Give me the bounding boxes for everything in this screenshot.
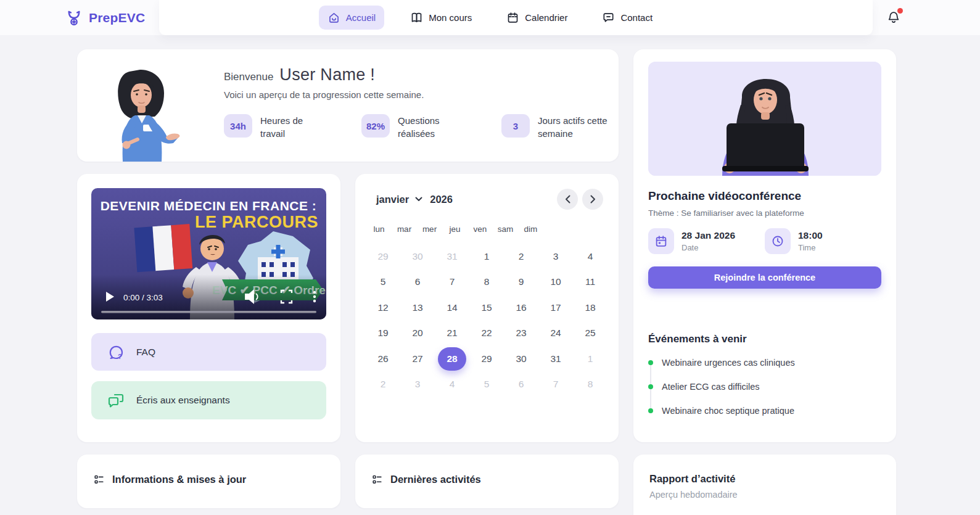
calendar-grid: 2930311234567891011121314151617181920212… <box>366 244 603 397</box>
calendar-day[interactable]: 29 <box>369 245 397 268</box>
calendar-day[interactable]: 20 <box>403 321 432 345</box>
faq-chat-icon: ? <box>107 343 126 361</box>
calendar-day[interactable]: 21 <box>438 321 466 345</box>
calendar-day[interactable]: 27 <box>403 347 432 371</box>
write-teachers-button[interactable]: Écris aux enseignants <box>91 381 326 419</box>
stat-value: 34h <box>224 114 252 138</box>
calendar-card: janvier 2026 lunmarmerjeuvensamdim 29303… <box>355 174 619 442</box>
calendar-day[interactable]: 8 <box>576 373 604 396</box>
chat-icon <box>602 11 615 24</box>
video-player[interactable]: EVC ✔ PCC ✔ Ordre DEVENIR MÉDECIN EN FRA… <box>91 188 326 319</box>
calendar-day[interactable]: 15 <box>472 296 501 319</box>
event-dot-icon <box>648 384 653 389</box>
conference-theme: Thème : Se familiariser avec la platefor… <box>648 208 881 218</box>
calendar-day[interactable]: 30 <box>507 347 535 371</box>
calendar-day[interactable]: 16 <box>507 296 535 319</box>
nav-item-accueil[interactable]: Accueil <box>319 6 384 30</box>
chevron-right-icon <box>590 195 596 204</box>
calendar-header: janvier 2026 <box>376 189 603 210</box>
conference-meta: 28 Jan 2026 Date 18:00 Time <box>648 228 881 254</box>
nav-item-contact[interactable]: Contact <box>593 6 661 30</box>
event-label: Webinaire urgences cas cliniques <box>662 358 795 368</box>
calendar-day[interactable]: 4 <box>438 373 466 396</box>
card-title: Informations & mises à jour <box>112 474 246 485</box>
notification-dot <box>897 8 903 14</box>
svg-text:DEVENIR MÉDECIN EN FRANCE :: DEVENIR MÉDECIN EN FRANCE : <box>101 199 317 213</box>
calendar-day[interactable]: 22 <box>472 321 501 345</box>
calendar-day[interactable]: 29 <box>472 347 501 371</box>
informations-card[interactable]: Informations & mises à jour <box>77 455 340 508</box>
stat-label: Questions réalisées <box>398 114 457 140</box>
calendar-day[interactable]: 17 <box>541 296 570 319</box>
calendar-day[interactable]: 3 <box>403 373 432 396</box>
main-nav: Accueil Mon cours Calendrier <box>0 0 980 35</box>
calendar-day[interactable]: 6 <box>403 270 432 294</box>
calendar-day[interactable]: 1 <box>472 245 501 268</box>
calendar-day[interactable]: 6 <box>507 373 535 396</box>
stat-value: 3 <box>501 114 530 138</box>
event-label: Webinaire choc septique pratique <box>662 406 794 416</box>
calendar-day[interactable]: 24 <box>541 321 570 345</box>
calendar-day[interactable]: 25 <box>576 321 604 345</box>
clock-icon <box>765 228 791 254</box>
calendar-day[interactable]: 18 <box>576 296 604 319</box>
activities-card[interactable]: Dernières activités <box>355 455 619 508</box>
weekday-label: ven <box>474 225 487 234</box>
year-label[interactable]: 2026 <box>430 194 453 205</box>
calendar-day[interactable]: 31 <box>541 347 570 371</box>
stat-label: Heures de travail <box>260 114 317 140</box>
event-item[interactable]: Atelier ECG cas difficiles <box>662 382 881 392</box>
stat-questions: 82% Questions réalisées <box>361 114 457 140</box>
dashboard: Bienvenue User Name ! Voici un aperçu de… <box>77 49 897 515</box>
calendar-day[interactable]: 1 <box>576 347 604 371</box>
event-item[interactable]: Webinaire urgences cas cliniques <box>662 358 881 368</box>
user-name: User Name ! <box>279 65 375 84</box>
calendar-day[interactable]: 13 <box>403 296 432 319</box>
nav-item-calendrier[interactable]: Calendrier <box>498 6 576 30</box>
weekday-label: jeu <box>449 225 460 234</box>
svg-text:0:00 / 3:03: 0:00 / 3:03 <box>123 293 163 302</box>
calendar-day[interactable]: 23 <box>507 321 535 345</box>
prev-month-button[interactable] <box>557 189 578 210</box>
calendar-day[interactable]: 8 <box>472 270 501 294</box>
calendar-day[interactable]: 19 <box>369 321 397 345</box>
home-icon <box>327 11 340 24</box>
calendar-day[interactable]: 5 <box>369 270 397 294</box>
calendar-day[interactable]: 3 <box>541 245 570 268</box>
events-title: Événements à venir <box>648 333 881 345</box>
calendar-icon <box>648 228 674 254</box>
calendar-day[interactable]: 5 <box>472 373 501 396</box>
card-title: Rapport d’activité <box>649 473 880 485</box>
calendar-day[interactable]: 7 <box>541 373 570 396</box>
calendar-day[interactable]: 2 <box>507 245 535 268</box>
conference-time: 18:00 Time <box>765 228 881 254</box>
conference-illustration <box>648 62 881 176</box>
calendar-day[interactable]: 10 <box>541 270 570 294</box>
conference-date-label: Date <box>681 243 735 252</box>
calendar-day[interactable]: 11 <box>576 270 604 294</box>
report-card[interactable]: Rapport d’activité Aperçu hebdomadaire <box>633 455 896 515</box>
join-conference-button[interactable]: Rejoindre la conférence <box>648 266 881 289</box>
notifications-button[interactable] <box>886 10 902 26</box>
weekday-label: lun <box>373 225 384 234</box>
calendar-day[interactable]: 2 <box>369 373 397 396</box>
event-item[interactable]: Webinaire choc septique pratique <box>662 406 881 416</box>
next-month-button[interactable] <box>582 189 603 210</box>
chevron-left-icon <box>565 195 570 204</box>
calendar-day[interactable]: 31 <box>438 245 466 268</box>
conference-time-label: Time <box>798 243 823 252</box>
nav-item-mon-cours[interactable]: Mon cours <box>401 6 480 30</box>
faq-button[interactable]: ? FAQ <box>91 333 326 371</box>
calendar-day[interactable]: 14 <box>438 296 466 319</box>
calendar-day[interactable]: 26 <box>369 347 397 371</box>
calendar-day[interactable]: 12 <box>369 296 397 319</box>
calendar-day-selected[interactable]: 28 <box>438 347 466 371</box>
nav-label: Accueil <box>346 12 376 23</box>
calendar-day[interactable]: 4 <box>576 245 604 268</box>
month-select[interactable]: janvier <box>376 194 422 205</box>
nav-label: Calendrier <box>525 12 567 23</box>
calendar-day[interactable]: 30 <box>403 245 432 268</box>
conference-title: Prochaine vidéoconférence <box>648 189 881 203</box>
calendar-day[interactable]: 9 <box>507 270 535 294</box>
calendar-day[interactable]: 7 <box>438 270 466 294</box>
